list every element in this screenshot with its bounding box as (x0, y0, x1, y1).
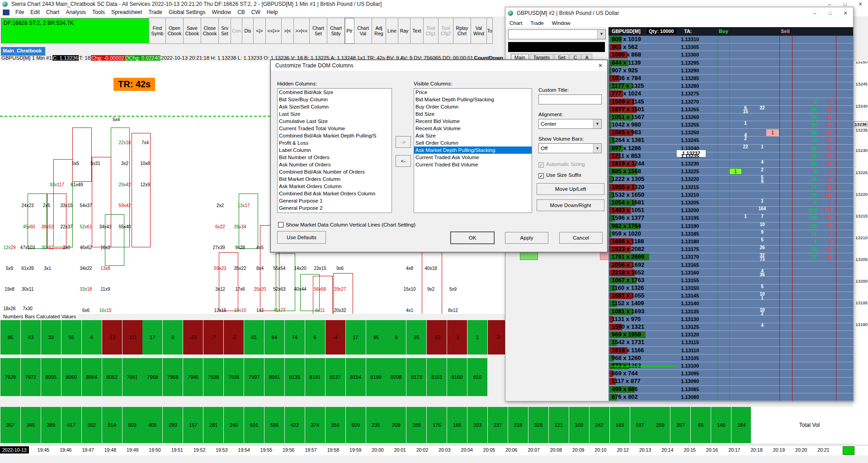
volume-bars-arrow-icon[interactable]: ▼ (593, 144, 601, 153)
move-up-left-button[interactable]: Move Up/Left (537, 183, 604, 195)
dom-row[interactable]: 897 x 12861.1324056382211.13237 (609, 145, 853, 152)
app-menu-icon[interactable] (3, 9, 9, 15)
maximize-button[interactable]: □ (837, 1, 853, 7)
menu-spreadsheet[interactable]: Spreadsheet (108, 9, 145, 16)
dom-row[interactable]: 869 x 7441.13095 (609, 370, 853, 378)
dom-row[interactable]: 968 x 12601.13105 (609, 354, 853, 362)
dialog-title-bar[interactable]: Customize Trade DOM Columns ✕ (271, 60, 607, 71)
combobox-arrow-icon[interactable]: ▼ (597, 30, 605, 39)
dom-row[interactable]: 1618 x 11661.13110 (609, 347, 853, 354)
visible-column-item[interactable]: Current Traded Ask Volume (414, 154, 532, 161)
dom-row[interactable]: 1590 x 13211.131254 (609, 323, 853, 331)
dom-row[interactable]: 1761 x 26691.1317033263273 (609, 253, 853, 261)
toolbar-dis[interactable]: Dis (242, 18, 254, 44)
menu-cb[interactable]: CB (234, 9, 248, 16)
dom-row[interactable]: 1067 x 17631.13155 (609, 277, 853, 284)
ok-button[interactable]: OK (451, 232, 494, 244)
dom-qty-chip[interactable]: Qty: 10000 (647, 28, 676, 34)
menu-trade[interactable]: Trade (145, 9, 165, 16)
hidden-columns-list[interactable]: Combined Bid/Ask SizeBid Size/Buy Column… (277, 88, 392, 213)
toolbar-ptr[interactable]: Ptr (344, 18, 354, 44)
hidden-column-item[interactable]: Combined Bid/Ask Market Depth Pulling/S (278, 132, 392, 139)
menu-analysis[interactable]: Analysis (62, 9, 89, 16)
hidden-column-item[interactable]: Label Column (278, 146, 392, 154)
visible-columns-list[interactable]: PriceBid Market Depth Pulling/StackingBu… (414, 88, 532, 213)
hidden-column-item[interactable]: Last Size (278, 110, 392, 118)
dom-row[interactable]: 1177 x 13251.13280 (609, 82, 853, 90)
menu-global-settings[interactable]: Global Settings (165, 9, 208, 16)
dom-row[interactable]: 1054 x 16811.13205531 (609, 199, 853, 207)
dom-row[interactable]: 1581 x 10551.13145101 (609, 292, 853, 300)
toolbar-chart-set[interactable]: ChartSet (309, 18, 327, 44)
dom-row[interactable]: 1463 x 10511.13200219272164 (609, 207, 853, 214)
close-button[interactable]: ✕ (853, 1, 868, 7)
dom-row[interactable]: 1222 x 13051.13220231259 (609, 175, 853, 183)
hidden-column-item[interactable]: Current Traded Total Volume (278, 125, 392, 132)
hidden-column-item[interactable]: Bid Market Orders Column (278, 175, 392, 183)
automatic-sizing-checkbox[interactable] (538, 162, 544, 168)
dom-row[interactable]: 1264 x 13811.1324534202 (609, 137, 853, 144)
move-down-right-button[interactable]: Move Down/Right (537, 199, 604, 211)
toolbar--[interactable]: <|> (253, 18, 266, 44)
dom-row[interactable]: 1509 x 11451.1327029 (609, 98, 853, 106)
hidden-column-item[interactable]: Bid Number of Orders (278, 154, 392, 161)
dom-row[interactable]: 2056 x 16921.13165 (609, 261, 853, 269)
dom-row[interactable]: 803 x 5621.13305 (609, 43, 853, 51)
hidden-column-item[interactable]: Bid Size/Buy Column (278, 96, 392, 103)
visible-column-item[interactable]: Recent Bid Volume (414, 118, 532, 125)
dom-minimize-button[interactable]: – (807, 10, 822, 16)
hidden-column-item[interactable]: Ask Number of Orders (278, 161, 392, 168)
visible-column-item[interactable]: Buy Order Column (414, 103, 532, 110)
visible-column-item[interactable]: Bid Size (414, 110, 532, 118)
toolbar-rplay-chrt[interactable]: RplayChrt (453, 18, 471, 44)
dom-row[interactable]: 1211 x 8531.132352620 (609, 152, 853, 160)
dom-row[interactable]: 1080 x 8681.13300 (609, 51, 853, 59)
dom-row[interactable]: 1819 x 12441.1323020124 (609, 160, 853, 168)
cancel-button[interactable]: Cancel (559, 232, 603, 244)
menu-chart[interactable]: Chart (43, 9, 62, 16)
menu-tools[interactable]: Tools (89, 9, 108, 16)
hidden-column-item[interactable]: Combined Bid Ask Market Orders Column (278, 190, 392, 197)
toolbar--[interactable]: >>|<< (293, 18, 310, 44)
dom-row[interactable]: 1596 x 13771.131951099917 (609, 214, 853, 222)
visible-column-item[interactable]: Recent Ask Volume (414, 125, 532, 132)
dom-row[interactable]: 676 x 8021.13080 (609, 393, 853, 401)
dom-row[interactable]: 969 x 19591.13120 (609, 331, 853, 339)
dom-row[interactable]: 2218 x 16521.13160436 (609, 269, 853, 277)
visible-column-item[interactable]: Sell Order Column (414, 139, 532, 146)
toolbar-to[interactable]: To (486, 18, 493, 44)
dom-row[interactable]: 1160 x 13261.131505 (609, 284, 853, 292)
move-right-button[interactable]: -> (396, 136, 411, 148)
dom-row[interactable]: 1081 x 16931.13135102 (609, 308, 853, 316)
dom-menu-window[interactable]: Window (548, 20, 575, 26)
hidden-column-item[interactable]: General Purpose 2 (278, 204, 392, 212)
dom-row[interactable]: 1152 x 14091.13140 (609, 300, 853, 307)
sell-order-marker[interactable]: 1 (766, 129, 779, 136)
dom-row[interactable]: 777 x 10241.13275 (609, 90, 853, 98)
apply-button[interactable]: Apply (505, 232, 548, 244)
dom-row[interactable]: 1131 x 9701.13130 (609, 316, 853, 323)
visible-column-item[interactable]: Current Traded Bid Volume (414, 161, 532, 168)
dom-row[interactable]: 885 x 15681.132259521 (609, 168, 853, 175)
dom-row[interactable]: 1051 x 15671.132605821 (609, 113, 853, 121)
dialog-close-icon[interactable]: ✕ (594, 62, 607, 69)
toolbar--[interactable]: <<|>> (265, 18, 282, 44)
toolbar-save-cbook[interactable]: SaveCbook (183, 18, 201, 44)
toolbar-close-cbook[interactable]: CloseCbook (201, 18, 219, 44)
dom-row[interactable]: 959 x 10201.131851169 (609, 230, 853, 238)
custom-title-input[interactable] (538, 94, 602, 104)
hidden-column-item[interactable]: Profit & Loss (278, 139, 392, 146)
menu-file[interactable]: File (12, 9, 27, 16)
visible-column-item[interactable]: Ask Market Depth Pulling/Stacking (414, 146, 532, 154)
dom-row[interactable]: 1686 x 11881.13180795 (609, 238, 853, 246)
volume-bars-select[interactable]: Off ▼ (538, 143, 602, 153)
dom-close-button[interactable]: ✕ (838, 10, 853, 16)
toolbar-val-wind[interactable]: ValWind (471, 18, 487, 44)
menu-edit[interactable]: Edit (27, 9, 43, 16)
menu-cw[interactable]: CW (248, 9, 264, 16)
hidden-column-item[interactable]: Combined Bid/Ask Number of Orders (278, 168, 392, 175)
dom-row[interactable]: 873 x 13531.13100 (609, 362, 853, 370)
size-suffix-checkbox[interactable] (538, 173, 544, 179)
hidden-column-item[interactable]: Ask Market Orders Column (278, 183, 392, 190)
use-defaults-button[interactable]: Use Defaults (277, 231, 326, 244)
